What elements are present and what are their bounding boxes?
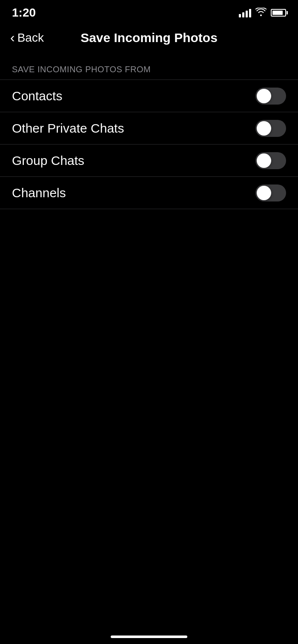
row-group-chats: Group Chats: [0, 145, 298, 177]
back-button[interactable]: ‹ Back: [10, 31, 44, 45]
contacts-toggle-thumb: [257, 89, 271, 103]
channels-label: Channels: [12, 186, 66, 200]
back-chevron-icon: ‹: [10, 31, 15, 44]
contacts-toggle[interactable]: [255, 88, 286, 105]
row-other-private-chats: Other Private Chats: [0, 112, 298, 145]
other-private-chats-toggle-thumb: [257, 121, 271, 136]
section-header: SAVE INCOMING PHOTOS FROM: [0, 53, 298, 79]
other-private-chats-label: Other Private Chats: [12, 121, 124, 136]
channels-toggle[interactable]: [255, 184, 286, 201]
page-title: Save Incoming Photos: [80, 31, 218, 45]
contacts-label: Contacts: [12, 89, 62, 103]
status-bar: 1:20: [0, 0, 298, 23]
row-contacts: Contacts: [0, 80, 298, 112]
battery-icon: [271, 9, 286, 17]
channels-toggle-track: [255, 184, 286, 201]
contacts-toggle-track: [255, 88, 286, 105]
other-private-chats-toggle[interactable]: [255, 120, 286, 137]
status-icons: [239, 8, 286, 18]
other-private-chats-toggle-track: [255, 120, 286, 137]
group-chats-label: Group Chats: [12, 153, 84, 168]
row-channels: Channels: [0, 177, 298, 209]
status-time: 1:20: [12, 6, 36, 20]
wifi-icon: [255, 8, 266, 18]
settings-list: Contacts Other Private Chats Group Chats…: [0, 79, 298, 209]
nav-header: ‹ Back Save Incoming Photos: [0, 23, 298, 53]
signal-icon: [239, 8, 251, 17]
channels-toggle-thumb: [257, 186, 271, 200]
back-label: Back: [17, 31, 44, 45]
group-chats-toggle[interactable]: [255, 152, 286, 169]
group-chats-toggle-track: [255, 152, 286, 169]
group-chats-toggle-thumb: [257, 153, 271, 168]
home-indicator: [111, 635, 187, 638]
